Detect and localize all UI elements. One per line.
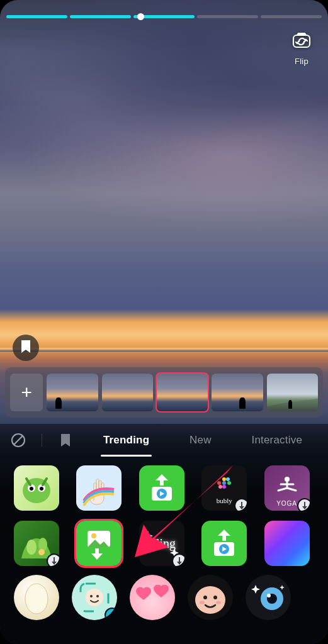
effect-media-upload-2[interactable] — [201, 521, 247, 566]
progress-segment — [70, 15, 131, 18]
effect-bling[interactable]: Bling — [139, 521, 184, 566]
svg-line-2 — [14, 436, 23, 445]
svg-point-13 — [222, 477, 226, 481]
svg-point-14 — [222, 485, 226, 489]
download-icon — [48, 555, 59, 566]
svg-point-25 — [25, 584, 48, 614]
download-icon — [235, 499, 247, 511]
background-thumbnail-strip: + — [5, 367, 323, 418]
svg-point-10 — [217, 481, 221, 485]
svg-point-15 — [218, 485, 222, 489]
effect-gradient[interactable] — [264, 521, 310, 566]
progress-segment — [197, 15, 258, 18]
tab-trending[interactable]: Trending — [102, 430, 150, 450]
svg-point-12 — [227, 481, 231, 485]
flip-camera-label: Flip — [295, 57, 308, 66]
svg-point-30 — [195, 586, 225, 614]
no-effect-button[interactable] — [9, 432, 28, 448]
svg-point-28 — [90, 595, 93, 597]
background-thumb-selected[interactable] — [157, 374, 208, 411]
svg-point-7 — [40, 487, 43, 491]
effect-egg[interactable] — [14, 575, 59, 620]
add-background-button[interactable]: + — [10, 374, 43, 411]
effect-label: bubly — [217, 497, 232, 504]
effect-image-download[interactable] — [76, 521, 122, 566]
flip-camera-button[interactable]: Flip — [290, 30, 313, 66]
effect-yoga[interactable]: YOGA — [264, 465, 310, 511]
svg-point-11 — [222, 481, 226, 485]
viewfinder-preview — [0, 0, 328, 354]
svg-point-31 — [203, 596, 207, 599]
download-icon — [298, 499, 310, 511]
svg-point-34 — [216, 601, 221, 604]
effects-panel: Trending New Interactive — [0, 424, 328, 644]
check-icon — [106, 609, 117, 620]
effect-media-upload[interactable] — [139, 465, 184, 511]
progress-segment — [261, 15, 322, 18]
svg-point-16 — [226, 477, 230, 481]
bookmark-button[interactable] — [13, 335, 39, 361]
svg-point-20 — [38, 549, 45, 555]
effect-sparkle-eye[interactable] — [246, 575, 291, 620]
effect-blob-face[interactable] — [188, 575, 233, 620]
horizon-line — [0, 348, 328, 352]
tab-new[interactable]: New — [188, 430, 213, 450]
effect-jungle[interactable] — [14, 521, 59, 566]
effect-dragon[interactable] — [14, 465, 59, 511]
svg-point-22 — [91, 533, 96, 538]
recording-progress — [6, 15, 322, 18]
favorites-tab[interactable] — [56, 433, 75, 447]
progress-marker — [137, 13, 144, 20]
effect-label: YOGA — [276, 500, 297, 507]
svg-point-32 — [213, 596, 217, 599]
effects-tab-bar: Trending New Interactive — [0, 424, 328, 457]
svg-point-18 — [26, 540, 37, 555]
effect-face-square[interactable] — [72, 575, 117, 620]
camera-screen: Flip + — [0, 0, 328, 644]
svg-point-6 — [30, 487, 33, 491]
svg-point-27 — [86, 589, 103, 606]
effect-hearts[interactable] — [130, 575, 175, 620]
tab-interactive[interactable]: Interactive — [250, 430, 303, 450]
svg-point-29 — [96, 595, 99, 597]
background-thumb[interactable] — [267, 374, 318, 411]
divider — [42, 433, 42, 447]
effect-rainbow-hand[interactable] — [76, 465, 122, 511]
background-thumb[interactable] — [47, 374, 98, 411]
effect-bubly[interactable]: bubly — [201, 465, 247, 511]
background-thumb[interactable] — [212, 374, 263, 411]
flip-camera-icon — [290, 30, 313, 53]
svg-point-3 — [23, 478, 50, 503]
svg-point-37 — [267, 594, 271, 597]
plus-icon: + — [21, 382, 32, 403]
progress-segment — [6, 15, 67, 18]
bookmark-icon — [20, 340, 31, 356]
svg-point-33 — [200, 601, 205, 604]
background-thumb[interactable] — [102, 374, 153, 411]
download-icon — [173, 555, 184, 566]
